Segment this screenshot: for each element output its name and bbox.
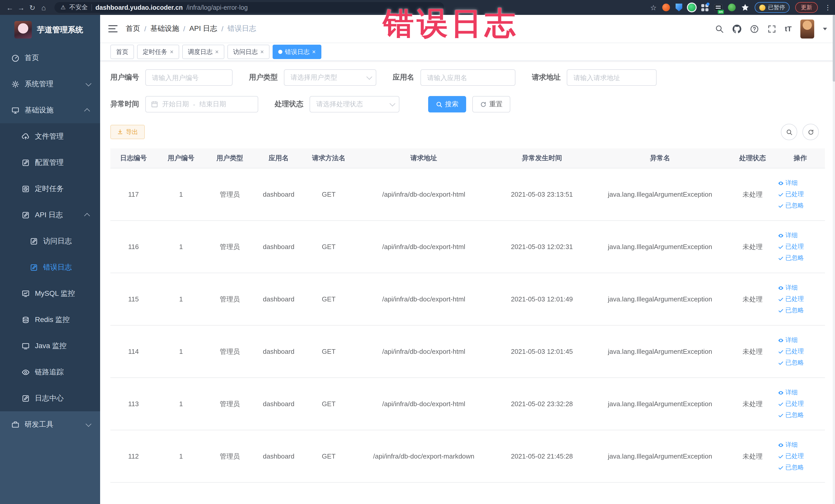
- tab-scheduled-tasks[interactable]: 定时任务×: [137, 45, 179, 59]
- sidebar-item-label: Java 监控: [35, 341, 66, 350]
- paused-label: 已暂停: [768, 4, 785, 11]
- grid-extension-icon[interactable]: [701, 4, 704, 7]
- mark-processed-action[interactable]: 已处理: [778, 347, 823, 356]
- sidebar-item-log-center[interactable]: 日志中心: [0, 385, 100, 411]
- date-range-input[interactable]: 开始日期 - 结束日期: [145, 96, 258, 113]
- scrollbar-thumb[interactable]: [833, 15, 835, 82]
- switch-extension-icon[interactable]: on: [714, 4, 722, 11]
- request-url-input[interactable]: [567, 69, 657, 86]
- search-icon[interactable]: [715, 24, 724, 33]
- mark-ignored-action[interactable]: 已忽略: [778, 306, 823, 315]
- green-check-extension-icon[interactable]: [688, 4, 696, 11]
- export-button[interactable]: 导出: [110, 125, 145, 139]
- sidebar-item-config-management[interactable]: 配置管理: [0, 149, 100, 176]
- search-button[interactable]: 搜索: [428, 96, 466, 113]
- screenshot-stage: ← → ↻ ⌂ ⚠ 不安全 dashboard.yudao.iocoder.cn…: [0, 0, 835, 504]
- mark-processed-action[interactable]: 已处理: [778, 242, 823, 251]
- tabs-bar: 首页 定时任务× 调度日志× 访问日志× 错误日志×: [100, 43, 835, 61]
- toggle-search-button[interactable]: [781, 124, 797, 140]
- detail-action[interactable]: 详细: [778, 336, 823, 345]
- avatar-caret-icon[interactable]: [823, 27, 827, 30]
- browser-reload-icon[interactable]: ↻: [27, 3, 38, 12]
- page-scrollbar[interactable]: [833, 15, 835, 504]
- action-label: 已忽略: [786, 411, 804, 420]
- browser-home-icon[interactable]: ⌂: [38, 3, 49, 12]
- bookmark-star-icon[interactable]: ☆: [650, 3, 657, 12]
- sidebar-submenu-infrastructure: 文件管理 配置管理 定时任务 API 日志: [0, 123, 100, 411]
- close-icon[interactable]: ×: [260, 48, 264, 56]
- close-icon[interactable]: ×: [215, 48, 219, 56]
- font-size-icon[interactable]: tT: [785, 25, 792, 33]
- sidebar-item-file-management[interactable]: 文件管理: [0, 123, 100, 149]
- process-status-select[interactable]: 请选择处理状态: [309, 96, 400, 113]
- app-name-input[interactable]: [421, 69, 515, 86]
- breadcrumb-infrastructure[interactable]: 基础设施: [150, 24, 179, 33]
- on-badge: on: [718, 10, 724, 14]
- detail-action[interactable]: 详细: [778, 283, 823, 292]
- user-type-select[interactable]: 请选择用户类型: [284, 69, 376, 86]
- sidebar-item-java-monitor[interactable]: Java 监控: [0, 333, 100, 359]
- mark-ignored-action[interactable]: 已忽略: [778, 201, 823, 210]
- sidebar-item-error-log[interactable]: 错误日志: [0, 254, 100, 280]
- browser-back-icon[interactable]: ←: [4, 3, 15, 12]
- cell-actions: 详细 已处理 已忽略: [776, 273, 825, 325]
- tab-schedule-log[interactable]: 调度日志×: [182, 45, 224, 59]
- sidebar-item-redis-monitor[interactable]: Redis 监控: [0, 306, 100, 333]
- security-label[interactable]: 不安全: [69, 3, 88, 12]
- detail-action[interactable]: 详细: [778, 179, 823, 187]
- sidebar-item-label: 链路追踪: [35, 367, 64, 377]
- process-status-label: 处理状态: [274, 100, 303, 109]
- tab-home[interactable]: 首页: [110, 45, 134, 59]
- mark-processed-action[interactable]: 已处理: [778, 295, 823, 303]
- shield-extension-icon[interactable]: [676, 4, 682, 11]
- app-logo-row[interactable]: 芋道管理系统: [0, 15, 100, 45]
- address-bar[interactable]: ⚠ 不安全 dashboard.yudao.iocoder.cn/infra/l…: [55, 2, 444, 13]
- browser-menu-icon[interactable]: ⋮: [824, 4, 831, 11]
- detail-action[interactable]: 详细: [778, 231, 823, 240]
- sidebar-item-mysql-monitor[interactable]: MySQL 监控: [0, 280, 100, 306]
- refresh-table-button[interactable]: [802, 124, 819, 140]
- paused-profile-pill[interactable]: 已暂停: [755, 2, 790, 13]
- sidebar-item-tracing[interactable]: 链路追踪: [0, 359, 100, 385]
- avatar[interactable]: [800, 19, 814, 38]
- mark-ignored-action[interactable]: 已忽略: [778, 254, 823, 262]
- mark-ignored-action[interactable]: 已忽略: [778, 411, 823, 420]
- reset-button[interactable]: 重置: [472, 96, 510, 113]
- breadcrumb-api-log[interactable]: API 日志: [189, 24, 218, 33]
- sidebar-item-api-log[interactable]: API 日志: [0, 202, 100, 228]
- mark-ignored-action[interactable]: 已忽略: [778, 463, 823, 472]
- breadcrumb-home[interactable]: 首页: [126, 24, 140, 33]
- hamburger-icon[interactable]: [108, 25, 118, 32]
- col-app-name: 应用名: [254, 148, 303, 168]
- sidebar-item-access-log[interactable]: 访问日志: [0, 228, 100, 254]
- tab-access-log[interactable]: 访问日志×: [227, 45, 269, 59]
- tab-error-log[interactable]: 错误日志×: [272, 45, 321, 59]
- help-icon[interactable]: [750, 24, 759, 33]
- leaf-extension-icon[interactable]: [728, 4, 736, 11]
- mark-processed-action[interactable]: 已处理: [778, 190, 823, 199]
- close-icon[interactable]: ×: [312, 48, 316, 56]
- star-extension-icon[interactable]: [741, 4, 749, 11]
- sidebar-item-home[interactable]: 首页: [0, 45, 100, 71]
- github-icon[interactable]: [733, 24, 741, 33]
- close-icon[interactable]: ×: [170, 48, 174, 56]
- sidebar-item-scheduled-tasks[interactable]: 定时任务: [0, 176, 100, 202]
- mark-processed-action[interactable]: 已处理: [778, 452, 823, 461]
- browser-forward-icon[interactable]: →: [15, 3, 27, 12]
- mark-processed-action[interactable]: 已处理: [778, 400, 823, 408]
- user-id-input[interactable]: [145, 69, 232, 86]
- detail-action[interactable]: 详细: [778, 388, 823, 397]
- cell-exception-name: java.lang.IllegalArgumentException: [591, 378, 729, 430]
- sidebar-item-infrastructure[interactable]: 基础设施: [0, 97, 100, 123]
- request-url-label: 请求地址: [532, 73, 561, 82]
- mark-ignored-action[interactable]: 已忽略: [778, 358, 823, 367]
- sidebar-item-system[interactable]: 系统管理: [0, 71, 100, 97]
- browser-update-button[interactable]: 更新: [795, 2, 818, 13]
- cloud-upload-icon: [22, 132, 30, 140]
- sidebar-item-dev-tools[interactable]: 研发工具: [0, 411, 100, 438]
- adblock-extension-icon[interactable]: [662, 4, 670, 11]
- cell-status: 未处理: [730, 325, 776, 378]
- detail-action[interactable]: 详细: [778, 441, 823, 449]
- sidebar-bottom-block: 研发工具: [0, 411, 100, 504]
- fullscreen-icon[interactable]: [768, 24, 776, 33]
